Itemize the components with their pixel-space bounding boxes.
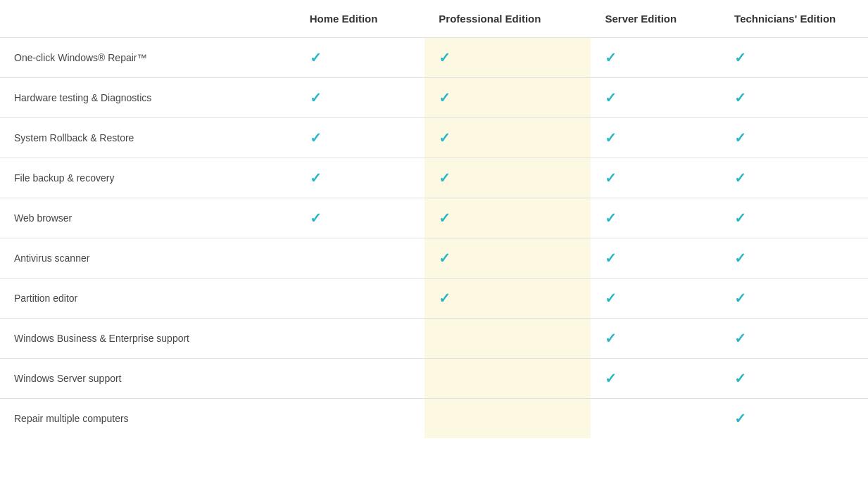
checkmark-icon: ✓ <box>734 210 746 226</box>
feature-name: Windows Server support <box>14 373 122 384</box>
checkmark-icon: ✓ <box>439 290 451 306</box>
table-row: Antivirus scanner✓✓✓ <box>0 238 868 279</box>
professional-check: ✓ <box>424 118 591 158</box>
checkmark-icon: ✓ <box>734 411 746 426</box>
checkmark-icon: ✓ <box>605 250 617 266</box>
checkmark-icon: ✓ <box>605 331 617 346</box>
table-row: Windows Business & Enterprise support✓✓ <box>0 319 868 359</box>
professional-check: ✓ <box>424 238 591 279</box>
checkmark-icon: ✓ <box>605 170 617 186</box>
professional-check: ✓ <box>424 158 591 198</box>
home-check: ✓ <box>296 198 425 238</box>
feature-cell: Windows Business & Enterprise support <box>0 319 296 359</box>
feature-cell: Windows Server support <box>0 359 296 399</box>
feature-name: Hardware testing & Diagnostics <box>14 92 151 103</box>
table-row: Repair multiple computers✓ <box>0 399 868 439</box>
checkmark-icon: ✓ <box>439 90 451 105</box>
header-feature <box>0 0 296 38</box>
feature-name: Windows Business & Enterprise support <box>14 333 189 344</box>
feature-name: Web browser <box>14 212 72 224</box>
home-check <box>296 279 425 319</box>
checkmark-icon: ✓ <box>310 90 322 105</box>
professional-check <box>424 399 591 439</box>
server-check: ✓ <box>591 78 720 118</box>
checkmark-icon: ✓ <box>734 130 746 146</box>
server-check: ✓ <box>591 158 720 198</box>
home-check: ✓ <box>296 158 425 198</box>
home-check: ✓ <box>296 78 425 118</box>
professional-check: ✓ <box>424 38 591 78</box>
server-check: ✓ <box>591 198 720 238</box>
feature-cell: Hardware testing & Diagnostics <box>0 78 296 118</box>
feature-name: One-click Windows® Repair™ <box>14 52 146 63</box>
home-check: ✓ <box>296 118 425 158</box>
home-check <box>296 319 425 359</box>
server-check: ✓ <box>591 38 720 78</box>
technicians-check: ✓ <box>720 238 868 279</box>
feature-name: File backup & recovery <box>14 172 114 184</box>
feature-name: Antivirus scanner <box>14 252 89 264</box>
checkmark-icon: ✓ <box>605 290 617 306</box>
home-check <box>296 399 425 439</box>
technicians-check: ✓ <box>720 279 868 319</box>
professional-check: ✓ <box>424 198 591 238</box>
professional-check <box>424 359 591 399</box>
table-row: System Rollback & Restore✓✓✓✓ <box>0 118 868 158</box>
feature-cell: Antivirus scanner <box>0 238 296 279</box>
checkmark-icon: ✓ <box>734 331 746 346</box>
checkmark-icon: ✓ <box>439 250 451 266</box>
checkmark-icon: ✓ <box>734 250 746 266</box>
comparison-table: Home Edition Professional Edition Server… <box>0 0 868 438</box>
header-home: Home Edition <box>296 0 425 38</box>
table-row: One-click Windows® Repair™✓✓✓✓ <box>0 38 868 78</box>
technicians-check: ✓ <box>720 78 868 118</box>
professional-check: ✓ <box>424 279 591 319</box>
technicians-check: ✓ <box>720 198 868 238</box>
home-check <box>296 238 425 279</box>
header-professional: Professional Edition <box>424 0 591 38</box>
feature-name: Repair multiple computers <box>14 413 129 424</box>
feature-cell: Partition editor <box>0 279 296 319</box>
technicians-check: ✓ <box>720 399 868 439</box>
feature-name: System Rollback & Restore <box>14 132 134 143</box>
home-check <box>296 359 425 399</box>
feature-cell: Repair multiple computers <box>0 399 296 439</box>
checkmark-icon: ✓ <box>310 50 322 65</box>
technicians-check: ✓ <box>720 118 868 158</box>
checkmark-icon: ✓ <box>734 170 746 186</box>
server-check: ✓ <box>591 319 720 359</box>
technicians-check: ✓ <box>720 38 868 78</box>
checkmark-icon: ✓ <box>734 371 746 386</box>
table-row: Web browser✓✓✓✓ <box>0 198 868 238</box>
server-check: ✓ <box>591 279 720 319</box>
technicians-check: ✓ <box>720 158 868 198</box>
table-row: Windows Server support✓✓ <box>0 359 868 399</box>
home-check: ✓ <box>296 38 425 78</box>
server-check: ✓ <box>591 118 720 158</box>
feature-cell: File backup & recovery <box>0 158 296 198</box>
professional-check <box>424 319 591 359</box>
checkmark-icon: ✓ <box>439 210 451 226</box>
checkmark-icon: ✓ <box>605 130 617 146</box>
feature-cell: One-click Windows® Repair™ <box>0 38 296 78</box>
server-check <box>591 399 720 439</box>
checkmark-icon: ✓ <box>605 371 617 386</box>
feature-name: Partition editor <box>14 293 77 304</box>
checkmark-icon: ✓ <box>310 170 322 186</box>
checkmark-icon: ✓ <box>734 290 746 306</box>
table-row: File backup & recovery✓✓✓✓ <box>0 158 868 198</box>
checkmark-icon: ✓ <box>605 210 617 226</box>
checkmark-icon: ✓ <box>734 90 746 105</box>
header-server: Server Edition <box>591 0 720 38</box>
checkmark-icon: ✓ <box>310 130 322 146</box>
table-row: Hardware testing & Diagnostics✓✓✓✓ <box>0 78 868 118</box>
checkmark-icon: ✓ <box>310 210 322 226</box>
table-row: Partition editor✓✓✓ <box>0 279 868 319</box>
technicians-check: ✓ <box>720 319 868 359</box>
checkmark-icon: ✓ <box>439 130 451 146</box>
feature-cell: System Rollback & Restore <box>0 118 296 158</box>
checkmark-icon: ✓ <box>605 50 617 65</box>
server-check: ✓ <box>591 238 720 279</box>
feature-cell: Web browser <box>0 198 296 238</box>
professional-check: ✓ <box>424 78 591 118</box>
